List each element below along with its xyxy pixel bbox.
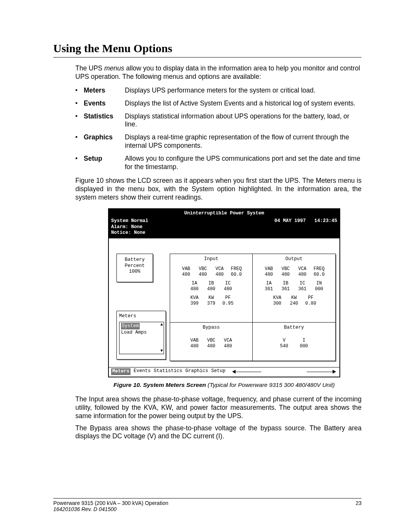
arrow-right-icon[interactable] bbox=[333, 370, 336, 374]
term: Events bbox=[84, 99, 125, 108]
description: Displays a real-time graphic representat… bbox=[125, 133, 362, 150]
tab-graphics[interactable]: Graphics bbox=[185, 368, 208, 375]
lcd-screen: Uninterruptible Power System System Norm… bbox=[108, 208, 340, 377]
tab-statistics[interactable]: Statistics bbox=[154, 368, 182, 375]
section-title: Using the Menu Options bbox=[53, 42, 362, 55]
description: Displays UPS performance meters for the … bbox=[125, 86, 362, 95]
footer-doc-rev: 164201036 Rev. D 041500 bbox=[53, 506, 168, 512]
output-pane: Output VABVBCVCAFREQ 48048048060.0 IAIBI… bbox=[253, 254, 335, 323]
lcd-title: Uninterruptible Power System bbox=[111, 211, 337, 217]
input-pane: Input VABVBCVCAFREQ 48048048060.0 IAIBIC… bbox=[170, 254, 253, 323]
paragraph: The Input area shows the phase-to-phase … bbox=[75, 395, 362, 420]
figure-caption: Figure 10. System Meters Screen (Typical… bbox=[87, 381, 362, 388]
lcd-footer: Meters Events Statistics Graphics Setup bbox=[109, 367, 339, 377]
list-item: • Events Displays the list of Active Sys… bbox=[75, 99, 362, 108]
bullet-icon: • bbox=[75, 155, 84, 162]
paragraph: The Bypass area shows the phase-to-phase… bbox=[75, 424, 362, 441]
battery-percent-panel: Battery Percent 100% bbox=[116, 254, 153, 282]
meters-select-box[interactable]: ▲ System Load Amps ▼ bbox=[119, 322, 164, 354]
page-footer: Powerware 9315 (200 kVA – 300 kVA) Opera… bbox=[53, 498, 362, 512]
status-system: System Normal bbox=[111, 218, 148, 224]
term: Statistics bbox=[84, 112, 125, 121]
status-datetime: 04 MAY 1997 14:23:45 bbox=[274, 218, 337, 236]
lcd-header: Uninterruptible Power System System Norm… bbox=[109, 209, 339, 238]
status-notice: Notice: None bbox=[111, 230, 148, 236]
footer-doc-title: Powerware 9315 (200 kVA – 300 kVA) Opera… bbox=[53, 500, 168, 506]
horizontal-rule bbox=[53, 57, 362, 58]
intro-paragraph: The UPS menus allow you to display data … bbox=[75, 64, 362, 81]
scroll-down-icon[interactable]: ▼ bbox=[160, 348, 163, 354]
list-item: • Setup Allows you to configure the UPS … bbox=[75, 155, 362, 171]
term: Meters bbox=[84, 86, 125, 95]
term: Graphics bbox=[84, 133, 125, 142]
readings-grid: Input VABVBCVCAFREQ 48048048060.0 IAIBIC… bbox=[170, 254, 336, 361]
page-number: 23 bbox=[355, 500, 362, 512]
list-item: • Graphics Displays a real-time graphic … bbox=[75, 133, 362, 150]
bullet-icon: • bbox=[75, 112, 84, 120]
bypass-pane: Bypass VABVBCVCA 480480480 bbox=[170, 323, 253, 361]
status-alarm: Alarm: None bbox=[111, 224, 148, 230]
nav-arrows[interactable] bbox=[231, 369, 337, 374]
list-item: • Statistics Displays statistical inform… bbox=[75, 112, 362, 129]
meters-title: Meters bbox=[119, 313, 164, 320]
term: Setup bbox=[84, 155, 125, 163]
menu-definition-list: • Meters Displays UPS performance meters… bbox=[75, 86, 362, 171]
figure-wrapper: Uninterruptible Power System System Norm… bbox=[87, 208, 362, 377]
list-item: • Meters Displays UPS performance meters… bbox=[75, 86, 362, 95]
menu-item[interactable]: Load Amps bbox=[121, 329, 160, 336]
lcd-body: Battery Percent 100% Meters ▲ System Loa… bbox=[109, 238, 339, 367]
scroll-up-icon[interactable]: ▲ bbox=[160, 322, 163, 328]
tab-setup[interactable]: Setup bbox=[211, 368, 226, 375]
description: Displays statistical information about U… bbox=[125, 112, 362, 129]
battery-pane: Battery VI 540000 bbox=[253, 323, 335, 361]
bullet-icon: • bbox=[75, 86, 84, 94]
description: Allows you to configure the UPS communic… bbox=[125, 155, 362, 171]
tab-meters[interactable]: Meters bbox=[111, 368, 131, 375]
meters-menu-panel: Meters ▲ System Load Amps ▼ bbox=[116, 311, 166, 359]
description: Displays the list of Active System Event… bbox=[125, 99, 362, 108]
bullet-icon: • bbox=[75, 99, 84, 107]
selected-item[interactable]: System bbox=[121, 323, 140, 330]
tab-events[interactable]: Events bbox=[134, 368, 151, 375]
bullet-icon: • bbox=[75, 133, 84, 141]
paragraph: Figure 10 shows the LCD screen as it app… bbox=[75, 177, 362, 202]
